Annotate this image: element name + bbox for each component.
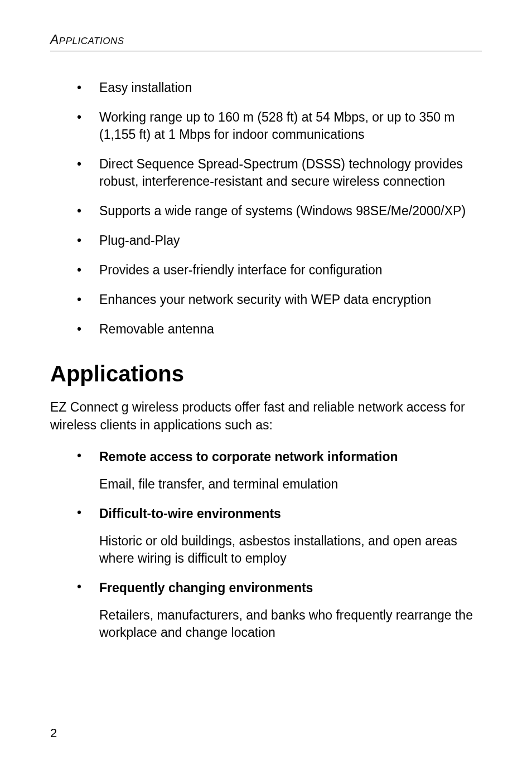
intro-paragraph: EZ Connect g wireless products offer fas…: [50, 399, 482, 433]
running-header: APPLICATIONS: [50, 32, 482, 47]
list-item: Enhances your network security with WEP …: [50, 291, 482, 308]
section-heading: Applications: [50, 361, 482, 386]
header-rest: PPLICATIONS: [59, 36, 124, 46]
list-item: Frequently changing environments Retaile…: [50, 579, 482, 641]
list-item: Direct Sequence Spread-Spectrum (DSSS) t…: [50, 156, 482, 190]
list-item: Easy installation: [50, 79, 482, 96]
list-item: Plug-and-Play: [50, 232, 482, 249]
application-desc: Email, file transfer, and terminal emula…: [99, 476, 482, 493]
list-item: Remote access to corporate network infor…: [50, 448, 482, 493]
application-desc: Retailers, manufacturers, and banks who …: [99, 607, 482, 641]
list-item: Supports a wide range of systems (Window…: [50, 202, 482, 220]
application-title: Remote access to corporate network infor…: [99, 448, 482, 466]
list-item: Removable antenna: [50, 321, 482, 338]
feature-list: Easy installation Working range up to 16…: [50, 79, 482, 338]
header-first-char: A: [50, 32, 59, 47]
application-desc: Historic or old buildings, asbestos inst…: [99, 533, 482, 567]
application-title: Difficult-to-wire environments: [99, 505, 482, 523]
list-item: Difficult-to-wire environments Historic …: [50, 505, 482, 567]
list-item: Working range up to 160 m (528 ft) at 54…: [50, 109, 482, 143]
page-number: 2: [50, 726, 57, 741]
list-item: Provides a user-friendly interface for c…: [50, 262, 482, 279]
application-title: Frequently changing environments: [99, 579, 482, 597]
header-rule: [50, 51, 482, 51]
application-list: Remote access to corporate network infor…: [50, 448, 482, 641]
